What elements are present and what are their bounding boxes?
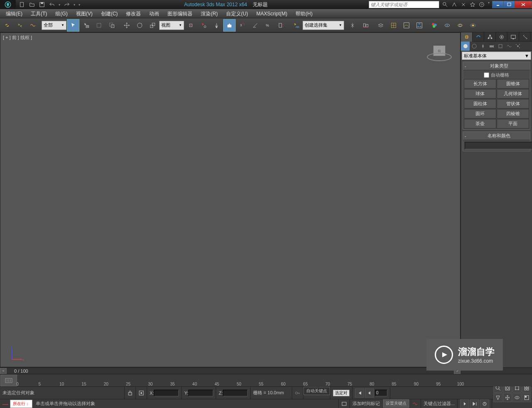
bind-spacewarp-icon[interactable]: [27, 19, 39, 32]
menu-animation[interactable]: 动画: [145, 10, 163, 18]
menu-tools[interactable]: 工具(T): [27, 10, 51, 18]
menu-edit[interactable]: 编辑(E): [2, 10, 27, 18]
tab-hierarchy-icon[interactable]: [484, 32, 496, 42]
graphite-icon[interactable]: [387, 19, 400, 32]
add-time-tag[interactable]: 添加时间标记: [350, 399, 383, 408]
viewcube[interactable]: 前: [427, 45, 452, 66]
open-file-icon[interactable]: [27, 1, 37, 8]
search-input[interactable]: [369, 1, 439, 8]
menu-help[interactable]: 帮助(H): [291, 10, 317, 18]
keyboard-shortcut-icon[interactable]: [210, 19, 223, 32]
schematic-view-icon[interactable]: [413, 19, 426, 32]
new-file-icon[interactable]: [17, 1, 27, 8]
time-slider-handle[interactable]: [0, 375, 17, 386]
search-icon[interactable]: [441, 1, 449, 8]
subtab-cameras-icon[interactable]: [487, 42, 496, 51]
x-coord-input[interactable]: [154, 390, 179, 396]
subtab-shapes-icon[interactable]: [470, 42, 478, 51]
time-ruler[interactable]: 0510152025303540455055606570758085909510…: [17, 374, 461, 386]
primitive-tube-button[interactable]: 管状体: [497, 99, 529, 109]
auto-key-button[interactable]: 自动关键点: [303, 387, 330, 395]
playback-end-icon[interactable]: [470, 399, 479, 408]
material-editor-icon[interactable]: [428, 19, 441, 32]
y-coord-input[interactable]: [188, 390, 213, 396]
align-icon[interactable]: [360, 19, 372, 32]
subtab-helpers-icon[interactable]: [496, 42, 505, 51]
playback-prev-icon[interactable]: [365, 388, 374, 398]
subtab-spacewarps-icon[interactable]: [505, 42, 513, 51]
time-config-icon[interactable]: [480, 399, 489, 408]
primitive-cylinder-button[interactable]: 圆柱体: [464, 99, 496, 109]
rollout-header-name-color[interactable]: -名称和颜色: [463, 132, 530, 140]
rotate-icon[interactable]: [133, 19, 146, 32]
scale-icon[interactable]: [146, 19, 159, 32]
subscription-icon[interactable]: [450, 1, 458, 8]
render-frame-icon[interactable]: [454, 19, 466, 32]
named-selection-icon[interactable]: ABC: [290, 19, 302, 32]
unlink-icon[interactable]: [14, 19, 26, 32]
qat-dropdown-icon[interactable]: ▾: [57, 3, 62, 7]
primitive-torus-button[interactable]: 圆环: [464, 109, 496, 119]
category-combo[interactable]: 标准基本体▼: [462, 52, 531, 60]
key-filters-button[interactable]: 关键点过滤器...: [421, 399, 458, 408]
select-manipulate-icon[interactable]: [197, 19, 210, 32]
subtab-geometry-icon[interactable]: [461, 42, 470, 51]
current-frame-input[interactable]: [375, 390, 387, 396]
menu-create[interactable]: 创建(C): [97, 10, 122, 18]
primitive-teapot-button[interactable]: 茶壶: [464, 119, 496, 129]
favorites-icon[interactable]: [468, 1, 477, 8]
primitive-box-button[interactable]: 长方体: [464, 79, 496, 89]
tab-modify-icon[interactable]: [473, 32, 484, 42]
selection-filter-combo[interactable]: 全部▼: [42, 21, 66, 30]
percent-snap-icon[interactable]: %: [262, 19, 274, 32]
orbit-icon[interactable]: [512, 393, 522, 402]
playback-start-icon[interactable]: [355, 388, 364, 398]
render-production-icon[interactable]: [467, 19, 479, 32]
exchange-icon[interactable]: [459, 1, 468, 8]
app-icon[interactable]: [0, 0, 16, 9]
pan-icon[interactable]: [503, 393, 512, 402]
rollout-header-object-type[interactable]: -对象类型: [463, 62, 530, 70]
pivot-center-icon[interactable]: [185, 19, 197, 32]
spinner-snap-icon[interactable]: [275, 19, 287, 32]
time-tag-icon[interactable]: [339, 399, 350, 408]
move-icon[interactable]: [121, 19, 133, 32]
key-mode-icon[interactable]: [410, 399, 421, 408]
primitive-geosphere-button[interactable]: 几何球体: [497, 89, 529, 99]
viewcube-ring[interactable]: [427, 53, 452, 61]
viewport-label[interactable]: [ + ] 前 ] 线框 ]: [3, 35, 32, 41]
object-name-input[interactable]: [465, 142, 532, 149]
help-icon[interactable]: ?: [478, 1, 486, 8]
primitive-sphere-button[interactable]: 球体: [464, 89, 496, 99]
snap-toggle-icon[interactable]: [223, 19, 236, 32]
primitive-pyramid-button[interactable]: 四棱锥: [497, 109, 529, 119]
select-region-icon[interactable]: [93, 19, 105, 32]
link-icon[interactable]: [1, 19, 13, 32]
menu-rendering[interactable]: 渲染(R): [197, 10, 222, 18]
tab-utilities-icon[interactable]: [519, 32, 531, 42]
key-target-combo[interactable]: 选定对: [333, 390, 350, 396]
minimize-button[interactable]: [492, 1, 504, 8]
select-object-icon[interactable]: [67, 19, 79, 32]
tab-display-icon[interactable]: [507, 32, 519, 42]
menu-maxscript[interactable]: MAXScript(M): [252, 10, 292, 17]
menu-customize[interactable]: 自定义(U): [222, 10, 252, 18]
playback-next-icon[interactable]: [460, 399, 469, 408]
viewport[interactable]: [ + ] 前 ] 线框 ] 前 z x: [0, 32, 461, 367]
tab-create-icon[interactable]: [461, 32, 473, 42]
menu-graph-editors[interactable]: 图形编辑器: [163, 10, 197, 18]
save-file-icon[interactable]: [37, 1, 47, 8]
undo-icon[interactable]: [47, 1, 57, 8]
mirror-icon[interactable]: [347, 19, 359, 32]
timeline[interactable]: 0510152025303540455055606570758085909510…: [0, 374, 532, 386]
primitive-plane-button[interactable]: 平面: [497, 119, 529, 129]
qat-customize-icon[interactable]: ▾: [77, 3, 81, 7]
isolate-icon[interactable]: [136, 387, 147, 399]
qat-dropdown-icon[interactable]: ▾: [72, 3, 76, 7]
menu-modifiers[interactable]: 修改器: [122, 10, 145, 18]
snap-3d-icon[interactable]: 3: [236, 19, 249, 32]
render-setup-icon[interactable]: [441, 19, 453, 32]
angle-snap-icon[interactable]: [249, 19, 261, 32]
window-crossing-icon[interactable]: [106, 19, 118, 32]
scroll-left-button[interactable]: <: [0, 368, 7, 374]
